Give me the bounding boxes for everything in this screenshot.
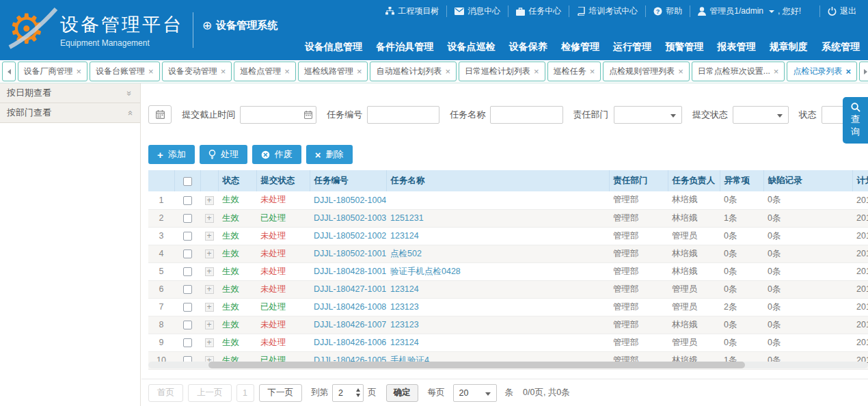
close-icon[interactable]: × <box>774 67 779 76</box>
table-row[interactable]: 1+生效未处理DJJL-180502-1004管理部林培娥0条0条2018- <box>148 191 868 209</box>
first-page-button[interactable]: 首页 <box>148 384 183 402</box>
table-row[interactable]: 9+生效未处理DJJL-180426-1006123124管理部管理员0条0条2… <box>148 334 868 351</box>
topbar-message-center[interactable]: 消息中心 <box>446 5 508 17</box>
sidebar-section-by-dept[interactable]: 按部门查看 » <box>0 103 140 123</box>
horizontal-scrollbar[interactable] <box>148 362 868 368</box>
task-name-cell[interactable]: 123124 <box>386 280 609 298</box>
row-checkbox[interactable] <box>183 249 192 258</box>
close-icon[interactable]: × <box>357 67 362 76</box>
task-name-cell[interactable] <box>386 191 609 209</box>
row-checkbox[interactable] <box>183 285 192 294</box>
close-icon[interactable]: × <box>678 67 683 76</box>
close-icon[interactable]: × <box>284 67 290 76</box>
close-icon[interactable]: × <box>148 67 154 76</box>
page-number-button[interactable]: 1 <box>236 384 254 402</box>
task-no-cell[interactable]: DJJL-180426-1008 <box>310 298 386 316</box>
calendar-button[interactable] <box>148 105 172 124</box>
task-no-input[interactable] <box>367 106 439 124</box>
task-no-cell[interactable]: DJJL-180502-1001 <box>310 245 386 262</box>
menu-item[interactable]: 报表管理 <box>718 41 756 53</box>
close-icon[interactable]: × <box>534 67 539 76</box>
spinner-down-icon[interactable] <box>356 394 360 397</box>
row-checkbox[interactable] <box>183 338 192 347</box>
submit-status-select[interactable] <box>733 106 789 124</box>
task-name-cell[interactable]: 123123 <box>386 316 609 334</box>
horizontal-scrollbar-thumb[interactable] <box>208 362 745 368</box>
task-no-cell[interactable]: DJJL-180426-1006 <box>310 334 386 351</box>
table-row[interactable]: 8+生效未处理DJJL-180426-1007123123管理部林培娥0条0条2… <box>148 316 868 334</box>
topbar-help[interactable]: ?帮助 <box>645 5 690 17</box>
submit-deadline-input[interactable] <box>240 106 316 124</box>
task-name-cell[interactable]: 点检502 <box>386 245 609 262</box>
task-name-cell[interactable]: 123123 <box>386 298 609 316</box>
query-button[interactable]: 查询 <box>843 97 868 144</box>
row-checkbox[interactable] <box>183 214 192 223</box>
tab-点检规则管理列表[interactable]: 点检规则管理列表× <box>603 62 690 81</box>
invalidate-button[interactable]: 作废 <box>252 145 301 164</box>
expand-row-icon[interactable]: + <box>205 321 214 329</box>
tab-设备变动管理[interactable]: 设备变动管理× <box>162 62 232 81</box>
close-icon[interactable]: × <box>445 67 450 76</box>
table-row[interactable]: 5+生效未处理DJJL-180428-1001验证手机点检0428管理部林培娥0… <box>148 262 868 280</box>
expand-row-icon[interactable]: + <box>205 303 214 312</box>
topbar-training-center[interactable]: 培训考试中心 <box>569 5 645 17</box>
process-button[interactable]: 处理 <box>200 145 247 164</box>
expand-row-icon[interactable]: + <box>205 196 214 205</box>
dept-select[interactable] <box>614 106 683 124</box>
menu-item[interactable]: 设备点巡检 <box>447 41 495 53</box>
tab-设备台账管理[interactable]: 设备台账管理× <box>90 62 160 81</box>
expand-row-icon[interactable]: + <box>205 232 214 241</box>
expand-row-icon[interactable]: + <box>205 214 214 223</box>
task-no-cell[interactable]: DJJL-180502-1003 <box>310 209 386 227</box>
spinner-up-icon[interactable] <box>356 388 360 392</box>
next-page-button[interactable]: 下一页 <box>259 384 303 402</box>
topbar-task-center[interactable]: 任务中心 <box>508 5 569 17</box>
expand-row-icon[interactable]: + <box>205 338 214 347</box>
tab-scroll-left-button[interactable] <box>2 62 16 81</box>
expand-row-icon[interactable]: + <box>205 249 214 258</box>
add-button[interactable]: + 添加 <box>148 145 195 164</box>
expand-row-icon[interactable]: + <box>205 285 214 294</box>
row-checkbox[interactable] <box>183 232 192 241</box>
goto-page-input[interactable]: 2 <box>332 384 364 402</box>
row-checkbox[interactable] <box>183 303 192 312</box>
tab-自动巡检计划列表[interactable]: 自动巡检计划列表× <box>370 62 457 81</box>
tab-scroll-right-button[interactable] <box>859 62 868 81</box>
tab-巡检任务[interactable]: 巡检任务× <box>547 62 601 81</box>
close-icon[interactable]: × <box>590 67 595 76</box>
confirm-button[interactable]: 确定 <box>386 384 418 402</box>
task-name-input[interactable] <box>490 106 562 124</box>
tab-巡检点管理[interactable]: 巡检点管理× <box>234 62 296 81</box>
close-icon[interactable]: × <box>77 67 82 76</box>
sidebar-section-by-date[interactable]: 按日期查看 » <box>0 83 140 103</box>
calendar-icon[interactable] <box>304 111 312 121</box>
task-no-cell[interactable]: DJJL-180427-1001 <box>310 280 386 298</box>
table-row[interactable]: 6+生效未处理DJJL-180427-1001123124管理部管理员0条0条2… <box>148 280 868 298</box>
per-page-select[interactable]: 20 <box>453 384 497 402</box>
close-icon[interactable]: × <box>845 67 851 76</box>
task-no-cell[interactable]: DJJL-180502-1004 <box>310 191 386 209</box>
table-row[interactable]: 2+生效已处理DJJL-180502-10031251231管理部林培娥1条0条… <box>148 209 868 227</box>
menu-item[interactable]: 备件治具管理 <box>376 41 433 53</box>
menu-item[interactable]: 设备信息管理 <box>305 41 362 53</box>
menu-item[interactable]: 系统管理 <box>822 41 860 53</box>
table-row[interactable]: 3+生效未处理DJJL-180502-1002123124管理部管理员0条0条2… <box>148 227 868 245</box>
close-icon[interactable]: × <box>221 67 226 76</box>
prev-page-button[interactable]: 上一页 <box>188 384 232 402</box>
task-no-cell[interactable]: DJJL-180426-1007 <box>310 316 386 334</box>
topbar-project-tree[interactable]: 工程项目树 <box>378 5 446 17</box>
row-checkbox[interactable] <box>183 321 192 329</box>
row-checkbox[interactable] <box>183 267 192 276</box>
tab-巡检线路管理[interactable]: 巡检线路管理× <box>298 62 368 81</box>
table-row[interactable]: 4+生效未处理DJJL-180502-1001点检502管理部林培娥0条0条20… <box>148 245 868 262</box>
task-no-cell[interactable]: DJJL-180428-1001 <box>310 262 386 280</box>
select-all-checkbox[interactable] <box>183 177 192 186</box>
task-name-cell[interactable]: 1251231 <box>386 209 609 227</box>
delete-button[interactable]: × 删除 <box>306 145 353 164</box>
tab-日常巡检计划列表[interactable]: 日常巡检计划列表× <box>459 62 545 81</box>
topbar-user[interactable]: 管理员1/admin, 您好! <box>690 5 809 17</box>
menu-item[interactable]: 预警管理 <box>665 41 703 53</box>
row-checkbox[interactable] <box>183 196 192 205</box>
task-no-cell[interactable]: DJJL-180502-1002 <box>310 227 386 245</box>
table-row[interactable]: 7+生效已处理DJJL-180426-1008123123管理部管理员2条0条2… <box>148 298 868 316</box>
